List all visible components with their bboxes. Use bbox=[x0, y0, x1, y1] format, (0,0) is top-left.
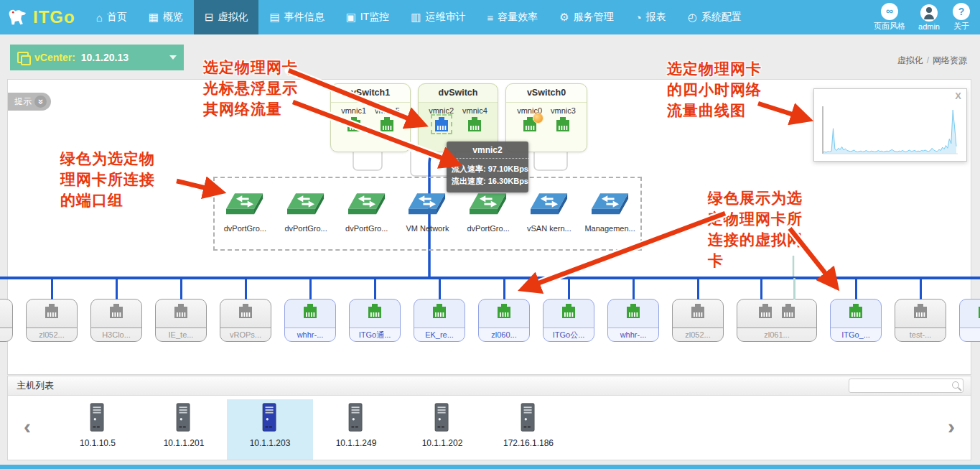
nav-item[interactable]: ▥ 运维审计 bbox=[400, 0, 476, 34]
nav-item[interactable]: ▣ IT监控 bbox=[335, 0, 401, 34]
scroll-right-button[interactable]: › bbox=[948, 416, 955, 437]
vnic-card-label: IE_te... bbox=[156, 328, 206, 341]
tip-toggle[interactable]: 提示 « bbox=[8, 93, 51, 111]
vnic-card[interactable]: ITGo通... bbox=[349, 299, 401, 342]
portgroup-item[interactable]: VM Network bbox=[400, 192, 454, 249]
vmnic-item[interactable]: vmnic4 bbox=[462, 106, 487, 134]
host-item[interactable]: 10.1.1.201 bbox=[141, 399, 227, 460]
user-menu-item[interactable]: ? 关于 bbox=[953, 0, 970, 34]
host-ip: 172.16.1.186 bbox=[485, 438, 571, 448]
portgroup-item[interactable]: dvPortGro... bbox=[340, 192, 394, 249]
nav-item[interactable]: ≡ 容量效率 bbox=[477, 0, 549, 34]
vnic-card-label: whhr-... bbox=[285, 328, 335, 341]
host-ip: 10.1.1.202 bbox=[399, 438, 485, 448]
nic-traffic-tooltip: vmnic2 流入速率: 97.10KBps 流出速度: 16.30KBps bbox=[447, 141, 528, 192]
vnic-card[interactable]: whhr-... bbox=[284, 299, 336, 342]
vnic-card-label: zl052... bbox=[27, 328, 77, 341]
vmnic-label: vmnic1 bbox=[341, 106, 366, 115]
dog-logo-icon bbox=[6, 6, 30, 28]
vswitch-title: vSwitch0 bbox=[506, 84, 587, 103]
vnic-card[interactable]: EK_re... bbox=[414, 299, 465, 342]
breadcrumb-section[interactable]: 虚拟化 bbox=[897, 55, 923, 65]
host-item[interactable]: 10.1.1.249 bbox=[313, 399, 399, 460]
vnic-card-label: ITGo_... bbox=[831, 328, 881, 341]
vnic-card[interactable]: zl052... bbox=[672, 299, 724, 342]
user-menu: ∞ 页面风格 admin ? 关于 bbox=[874, 0, 980, 34]
host-item[interactable]: 172.16.1.186 bbox=[485, 399, 571, 460]
user-menu-item[interactable]: admin bbox=[918, 0, 940, 34]
nav-item-icon: ⌂ bbox=[96, 11, 103, 24]
nic-icon bbox=[976, 303, 980, 319]
host-item[interactable]: 10.1.10.5 bbox=[55, 399, 141, 460]
vmnic-item[interactable]: vmnic0 bbox=[517, 106, 542, 134]
portgroup-item[interactable]: dvPortGro... bbox=[218, 192, 272, 249]
network-cable bbox=[51, 278, 53, 299]
portgroup-item[interactable]: dvPortGro... bbox=[279, 192, 333, 249]
annotation-chart: 选定物理网卡 的四小时网络 流量曲线图 bbox=[667, 58, 762, 121]
vnic-card-label: test-... bbox=[895, 328, 946, 341]
vnic-card[interactable] bbox=[959, 299, 980, 342]
host-ip: 10.1.1.203 bbox=[227, 438, 313, 448]
network-cable-secondary bbox=[793, 278, 795, 299]
network-cable bbox=[633, 278, 635, 299]
vnic-card[interactable] bbox=[0, 299, 13, 342]
nav-item[interactable]: ▤ 事件信息 bbox=[258, 0, 335, 34]
host-search-input[interactable] bbox=[849, 379, 963, 393]
nav-item-label: IT监控 bbox=[360, 11, 389, 24]
network-cable bbox=[568, 278, 570, 299]
vmnic-item[interactable]: vmnic3 bbox=[551, 106, 576, 134]
nic-icon bbox=[912, 303, 929, 319]
vmnic-label: vmnic2 bbox=[429, 106, 454, 115]
vnic-card[interactable]: ITGo公... bbox=[543, 299, 594, 342]
scroll-left-button[interactable]: ‹ bbox=[24, 416, 31, 437]
nav-item[interactable]: ⊟ 虚拟化 bbox=[194, 0, 259, 34]
network-cable bbox=[855, 278, 857, 299]
portgroup-label: Managemen... bbox=[583, 224, 638, 233]
nav-item-label: 报表 bbox=[646, 11, 666, 24]
server-icon bbox=[434, 402, 451, 432]
vnic-card[interactable]: ITGo_... bbox=[830, 299, 882, 342]
traffic-area-chart bbox=[821, 105, 959, 155]
vmnic-item[interactable]: vmnic1 bbox=[341, 106, 366, 134]
vcenter-selector[interactable]: vCenter: 10.1.20.13 bbox=[10, 45, 184, 70]
breadcrumb: 虚拟化/网络资源 bbox=[897, 55, 967, 67]
network-cable bbox=[245, 278, 247, 299]
nic-icon bbox=[689, 303, 706, 319]
vnic-card[interactable]: whhr-... bbox=[607, 299, 659, 342]
nav-item-icon: ≡ bbox=[487, 11, 494, 24]
vnic-card[interactable]: vROPs... bbox=[220, 299, 271, 342]
user-menu-item[interactable]: ∞ 页面风格 bbox=[874, 0, 905, 34]
vnic-card-label: whhr-... bbox=[608, 328, 658, 341]
host-item[interactable]: 10.1.1.203 bbox=[227, 399, 313, 460]
portgroup-switch-icon bbox=[348, 192, 386, 220]
app-logo[interactable]: ITGo bbox=[0, 0, 85, 34]
vswitch-title: vSwitch1 bbox=[331, 84, 410, 103]
vnic-card[interactable]: zl060... bbox=[478, 299, 530, 342]
close-icon[interactable]: X bbox=[955, 90, 961, 101]
vnic-card[interactable]: H3Clo... bbox=[90, 299, 142, 342]
tip-label: 提示 bbox=[14, 96, 32, 108]
network-cable bbox=[309, 278, 312, 299]
nav-item[interactable]: ◔ 报表 bbox=[625, 0, 677, 34]
vmnic-item[interactable]: vmnic5 bbox=[375, 106, 400, 134]
portgroup-switch-icon bbox=[470, 192, 507, 220]
nav-item-icon: ◔ bbox=[635, 11, 642, 24]
portgroup-label: dvPortGro... bbox=[218, 224, 272, 233]
vmnic-item-selected[interactable]: vmnic2 bbox=[429, 106, 454, 134]
vnic-card[interactable]: test-... bbox=[895, 299, 946, 342]
portgroup-item[interactable]: vSAN kern... bbox=[522, 192, 577, 249]
host-item[interactable]: 10.1.1.202 bbox=[399, 399, 485, 460]
nav-item[interactable]: ◴ 系统配置 bbox=[677, 0, 752, 34]
vnic-card[interactable]: IE_te... bbox=[155, 299, 207, 342]
top-nav: ITGo ⌂ 首页 ▦ 概览 ⊟ 虚拟化 ▤ bbox=[0, 0, 980, 34]
nav-item[interactable]: ⌂ 首页 bbox=[85, 0, 138, 34]
user-menu-icon bbox=[920, 4, 938, 22]
main-menu: ⌂ 首页 ▦ 概览 ⊟ 虚拟化 ▤ 事件信息 bbox=[85, 0, 752, 34]
vnic-card-label: zl061... bbox=[737, 328, 816, 341]
nav-item[interactable]: ⚙ 服务管理 bbox=[549, 0, 624, 34]
vnic-card[interactable]: zl061... bbox=[737, 299, 817, 342]
vnic-card[interactable]: zl052... bbox=[26, 299, 78, 342]
portgroup-item[interactable]: Managemen... bbox=[583, 192, 638, 249]
nav-item[interactable]: ▦ 概览 bbox=[138, 0, 194, 34]
portgroup-item[interactable]: dvPortGro... bbox=[461, 192, 515, 249]
